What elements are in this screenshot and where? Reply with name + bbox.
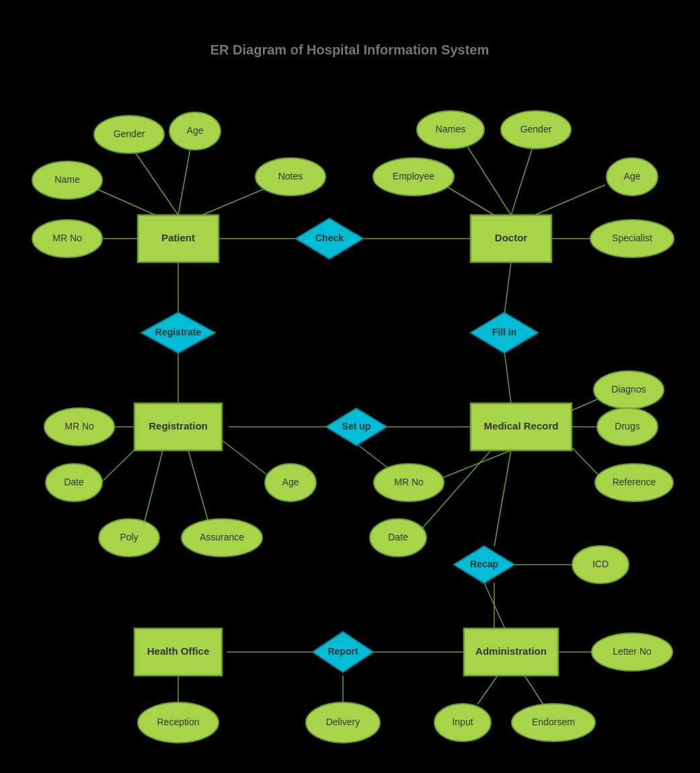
- er-diagram: [0, 0, 700, 773]
